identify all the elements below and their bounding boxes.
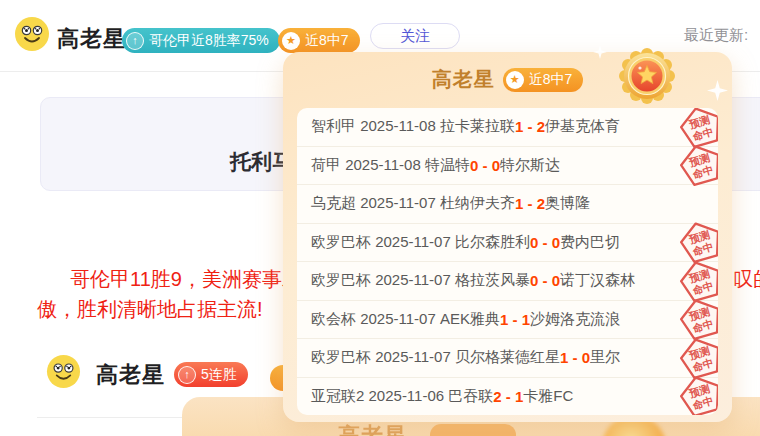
- match-away: 沙姆洛克流浪: [530, 310, 620, 329]
- match-away: 诺丁汉森林: [560, 271, 635, 290]
- match-prefix: 欧罗巴杯 2025-11-07 格拉茨风暴: [311, 271, 530, 290]
- article-red-text-line2: 傲，胜利清晰地占据主流!: [37, 296, 263, 323]
- match-prefix: 乌克超 2025-11-07 杜纳伊夫齐: [311, 194, 515, 213]
- match-score: 1 - 2: [515, 118, 545, 135]
- match-score: 0 - 0: [530, 234, 560, 251]
- match-prefix: 欧罗巴杯 2025-11-07 比尔森胜利: [311, 233, 530, 252]
- prediction-list: 智利甲 2025-11-08 拉卡莱拉联1 - 2伊基克体育 预测 命中 荷甲 …: [297, 108, 718, 415]
- user-avatar-icon-2[interactable]: [46, 354, 81, 389]
- match-away: 伊基克体育: [545, 117, 620, 136]
- popup-hits-badge: ★ 近8中7: [503, 68, 584, 92]
- match-score: 1 - 0: [560, 349, 590, 366]
- match-away: 特尔斯达: [500, 156, 560, 175]
- win-streak-badge: ↑ 5连胜: [174, 362, 248, 387]
- prediction-row[interactable]: 荷甲 2025-11-08 特温特0 - 0特尔斯达 预测 命中: [297, 147, 718, 186]
- popup-hits-label: 近8中7: [529, 71, 573, 89]
- match-prefix: 荷甲 2025-11-08 特温特: [311, 156, 470, 175]
- article-red-text-line1: 哥伦甲11胜9，美洲赛事发: [70, 266, 302, 293]
- ghost-user-name: 高老星: [338, 421, 407, 436]
- article-red-text-line1-tail: 叹的: [733, 266, 760, 293]
- prediction-row[interactable]: 亚冠联2 2025-11-06 巴吞联2 - 1卡雅FC 预测 命中: [297, 378, 718, 416]
- win-streak-label: 5连胜: [201, 366, 237, 384]
- match-away: 费内巴切: [560, 233, 620, 252]
- prediction-row[interactable]: 欧会杯 2025-11-07 AEK雅典1 - 1沙姆洛克流浪 预测 命中: [297, 301, 718, 340]
- user-avatar-icon[interactable]: [14, 16, 50, 52]
- prediction-history-popup: 高老星 ★ 近8中7 智利甲 2025-11-08 拉卡莱拉联1 - 2伊基克体…: [283, 52, 732, 422]
- match-score: 0 - 0: [530, 272, 560, 289]
- match-score: 1 - 2: [515, 195, 545, 212]
- page: 高老星 ↑ 哥伦甲近8胜率75% ★ 近8中7 关注 最近更新: 托利马 哥伦甲…: [0, 0, 760, 436]
- star-icon: ★: [282, 32, 300, 50]
- prediction-row[interactable]: 欧罗巴杯 2025-11-07 贝尔格莱德红星1 - 0里尔 预测 命中: [297, 339, 718, 378]
- match-score: 0 - 0: [470, 157, 500, 174]
- up-arrow-icon: ↑: [126, 32, 144, 50]
- prediction-row[interactable]: 乌克超 2025-11-07 杜纳伊夫齐1 - 2奥博隆: [297, 185, 718, 224]
- hits-label: 近8中7: [305, 32, 349, 50]
- streak-rate-label: 哥伦甲近8胜率75%: [149, 32, 269, 50]
- match-prefix: 智利甲 2025-11-08 拉卡莱拉联: [311, 117, 515, 136]
- hits-badge: ★ 近8中7: [278, 28, 360, 53]
- star-icon: ★: [506, 71, 524, 89]
- prediction-row[interactable]: 智利甲 2025-11-08 拉卡莱拉联1 - 2伊基克体育 预测 命中: [297, 108, 718, 147]
- user-name[interactable]: 高老星: [57, 24, 126, 54]
- prediction-row[interactable]: 欧罗巴杯 2025-11-07 比尔森胜利0 - 0费内巴切 预测 命中: [297, 224, 718, 263]
- streak-rate-badge: ↑ 哥伦甲近8胜率75%: [122, 28, 280, 53]
- ghost-badge: [430, 424, 516, 436]
- match-prefix: 亚冠联2 2025-11-06 巴吞联: [311, 387, 493, 406]
- up-arrow-icon: ↑: [178, 366, 196, 384]
- last-updated-label: 最近更新:: [684, 26, 748, 45]
- match-score: 2 - 1: [493, 388, 523, 405]
- follow-button[interactable]: 关注: [370, 23, 460, 49]
- match-away: 卡雅FC: [523, 387, 573, 406]
- match-prefix: 欧罗巴杯 2025-11-07 贝尔格莱德红星: [311, 348, 560, 367]
- match-score: 1 - 1: [500, 311, 530, 328]
- gold-medal-icon: [617, 46, 677, 106]
- match-away: 里尔: [590, 348, 620, 367]
- prediction-row[interactable]: 欧罗巴杯 2025-11-07 格拉茨风暴0 - 0诺丁汉森林 预测 命中: [297, 262, 718, 301]
- match-away: 奥博隆: [545, 194, 590, 213]
- user-name-2[interactable]: 高老星: [96, 360, 165, 390]
- popup-user-name: 高老星: [432, 66, 495, 93]
- match-prefix: 欧会杯 2025-11-07 AEK雅典: [311, 310, 500, 329]
